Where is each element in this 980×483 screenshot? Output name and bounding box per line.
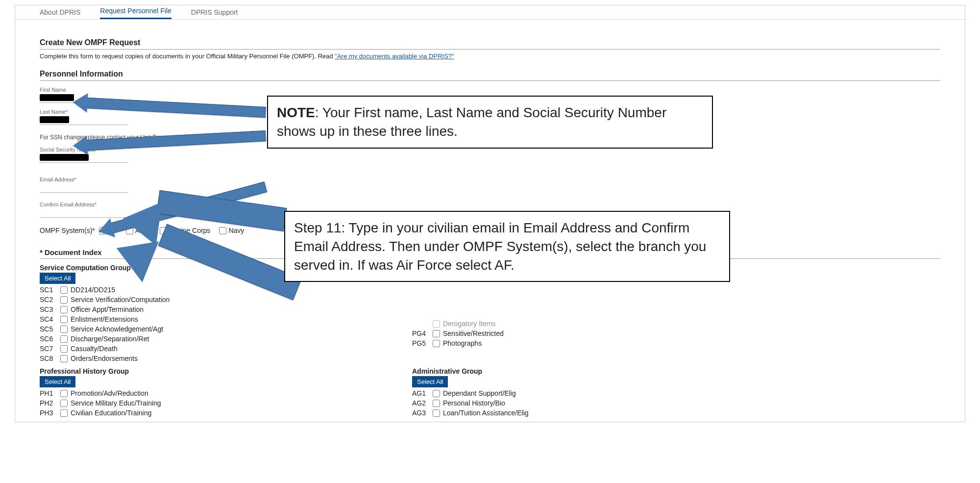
ph3-checkbox[interactable]: [60, 409, 68, 417]
pg4-row: PG4Sensitive/Restricted: [412, 330, 608, 337]
sc7-checkbox[interactable]: [60, 345, 68, 353]
sc8-checkbox[interactable]: [60, 355, 68, 362]
first-name-label: First Name: [40, 87, 940, 93]
first-name-redacted: [40, 94, 74, 101]
email-label: Email Address*: [40, 177, 940, 182]
sc4-checkbox[interactable]: [60, 316, 68, 323]
pg-derog-checkbox[interactable]: [433, 320, 440, 328]
confirm-email-field[interactable]: [40, 207, 128, 218]
create-request-title: Create New OMPF Request: [40, 38, 940, 50]
sc5-checkbox[interactable]: [60, 326, 68, 333]
note-callout: NOTE: Your First name, Last Name and Soc…: [267, 96, 713, 149]
ph3-row: PH3Civilian Education/Training: [40, 409, 314, 417]
last-name-field[interactable]: [40, 115, 128, 125]
sc8-row: SC8Orders/Endorsements: [40, 355, 314, 362]
intro-prefix: Complete this form to request copies of …: [40, 52, 335, 60]
pg5-row: PG5Photographs: [412, 339, 608, 347]
pg4-checkbox[interactable]: [433, 330, 440, 337]
ph-group-title: Professional History Group: [40, 367, 314, 375]
last-name-redacted: [40, 116, 69, 123]
pg5-checkbox[interactable]: [433, 340, 440, 347]
branch-navy-checkbox[interactable]: [219, 227, 226, 234]
note-bold: NOTE: [277, 105, 315, 120]
ph2-row: PH2Service Military Educ/Training: [40, 399, 314, 407]
sc6-checkbox[interactable]: [60, 335, 68, 343]
ag2-row: AG2Personal History/Bio: [412, 399, 608, 407]
sc1-checkbox[interactable]: [60, 286, 68, 294]
sc3-checkbox[interactable]: [60, 306, 68, 313]
pg-derog-row: Derogatory Items: [412, 320, 608, 328]
ag1-row: AG1Dependant Support/Elig: [412, 389, 608, 397]
sc2-row: SC2Service Verification/Computation: [40, 296, 314, 304]
ph2-checkbox[interactable]: [60, 400, 68, 407]
ph-select-all-button[interactable]: Select All: [40, 376, 75, 387]
sc2-checkbox[interactable]: [60, 296, 68, 304]
ag1-checkbox[interactable]: [433, 390, 440, 397]
sc7-row: SC7Casualty/Death: [40, 345, 314, 353]
tab-request[interactable]: Request Personnel File: [100, 7, 172, 19]
ag-group-title: Administrative Group: [412, 367, 608, 375]
sc-select-all-button[interactable]: Select All: [40, 273, 75, 284]
ag-select-all-button[interactable]: Select All: [412, 376, 448, 387]
email-field[interactable]: [40, 182, 128, 193]
tab-support[interactable]: DPRIS Support: [191, 8, 238, 19]
ag2-checkbox[interactable]: [433, 400, 440, 407]
administrative-group: Administrative Group Select All AG1Depen…: [412, 367, 608, 417]
sc3-row: SC3Officer Appt/Termination: [40, 305, 314, 313]
tab-bar: About DPRIS Request Personnel File DPRIS…: [15, 5, 965, 20]
intro-link[interactable]: "Are my documents available via DPRIS?": [335, 52, 454, 60]
professional-history-group: Professional History Group Select All PH…: [40, 367, 314, 417]
ompf-systems-label: OMPF System(s)*: [40, 227, 95, 234]
ph1-checkbox[interactable]: [60, 390, 68, 397]
tab-about[interactable]: About DPRIS: [40, 8, 80, 19]
intro-text: Complete this form to request copies of …: [40, 52, 940, 60]
pg-partial-group: Derogatory Items PG4Sensitive/Restricted…: [412, 318, 608, 362]
step11-callout: Step 11: Type in your civilian email in …: [284, 211, 730, 282]
ag3-row: AG3Loan/Tuition Assistance/Elig: [412, 409, 608, 417]
step11-text: Step 11: Type in your civilian email in …: [294, 220, 706, 273]
document-groups-row2: Professional History Group Select All PH…: [40, 362, 940, 417]
sc6-row: SC6Discharge/Separation/Ret: [40, 335, 314, 343]
branch-navy[interactable]: Navy: [219, 227, 244, 234]
personnel-info-title: Personnel Information: [40, 70, 940, 81]
ph1-row: PH1Promotion/Adv/Reduction: [40, 389, 314, 397]
ag3-checkbox[interactable]: [433, 409, 440, 417]
sc4-row: SC4Enlistment/Extensions: [40, 315, 314, 323]
note-text: : Your First name, Last Name and Social …: [277, 105, 666, 139]
sc5-row: SC5Service Acknowledgement/Agt: [40, 325, 314, 333]
